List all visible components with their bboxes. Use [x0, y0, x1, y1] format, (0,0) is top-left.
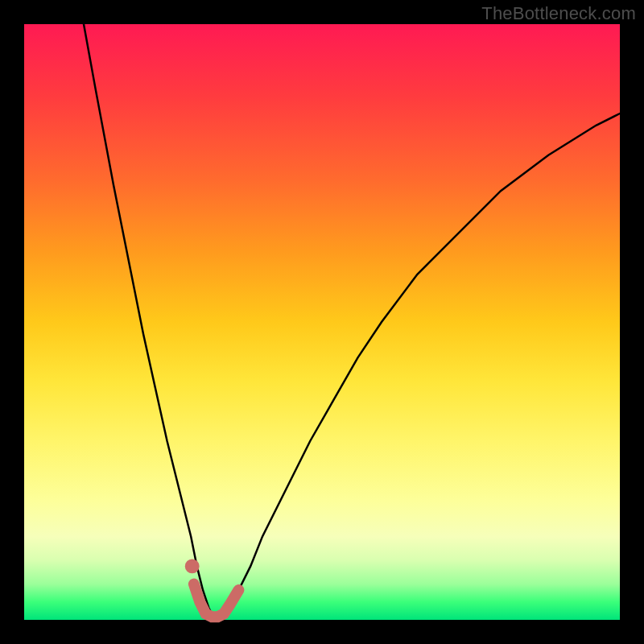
chart-frame: TheBottleneck.com — [0, 0, 644, 644]
chart-svg — [24, 24, 620, 620]
bottleneck-curve — [84, 24, 620, 620]
highlight-dot — [185, 559, 200, 574]
watermark-text: TheBottleneck.com — [481, 3, 636, 24]
flat-highlight — [194, 584, 239, 617]
